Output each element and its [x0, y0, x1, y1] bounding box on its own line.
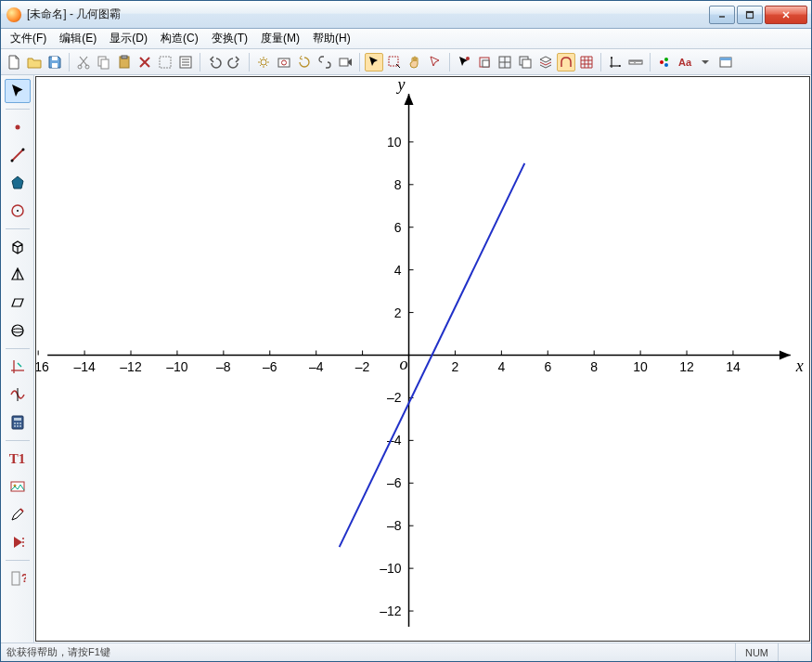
- svg-rect-5: [52, 63, 58, 68]
- text-style-icon[interactable]: Aa: [676, 53, 694, 71]
- svg-text:4: 4: [497, 359, 505, 374]
- svg-point-44: [664, 63, 668, 67]
- menu-file[interactable]: 文件(F): [5, 29, 52, 48]
- statusbar: 欲获得帮助，请按F1键 NUM: [1, 643, 811, 661]
- properties-icon[interactable]: [176, 53, 195, 71]
- menu-help[interactable]: 帮助(H): [307, 29, 356, 48]
- ruler-icon[interactable]: [626, 53, 645, 71]
- save-icon[interactable]: [45, 53, 64, 71]
- window-title: [未命名] - 几何图霸: [27, 6, 707, 22]
- svg-point-70: [22, 545, 24, 547]
- toolbar-separator: [69, 53, 70, 71]
- copy-icon[interactable]: [95, 53, 113, 71]
- drawing-canvas[interactable]: –16–14–12–10–8–6–4–22468101214–12–10–8–6…: [35, 76, 810, 642]
- palette-separator: [6, 228, 30, 229]
- help-tool-icon[interactable]: ?: [5, 566, 31, 591]
- svg-text:–8: –8: [216, 359, 231, 374]
- axes-icon[interactable]: [606, 53, 625, 71]
- rotate-icon[interactable]: [295, 53, 314, 71]
- menu-measure[interactable]: 度量(M): [255, 29, 305, 48]
- stack-icon[interactable]: [516, 53, 535, 71]
- link-icon[interactable]: [316, 53, 334, 71]
- display-window-icon[interactable]: [716, 53, 735, 71]
- palette-separator: [6, 560, 30, 561]
- svg-text:8: 8: [394, 177, 402, 192]
- record-icon[interactable]: [336, 53, 354, 71]
- svg-point-68: [22, 538, 24, 539]
- palette-separator: [6, 348, 30, 349]
- svg-rect-59: [14, 418, 21, 421]
- grid-icon[interactable]: [577, 53, 596, 71]
- point-tool-icon[interactable]: [5, 115, 31, 139]
- pointer-tool-icon[interactable]: [365, 53, 383, 71]
- toolbar: Aa: [1, 49, 811, 75]
- svg-point-61: [17, 422, 19, 424]
- svg-text:2: 2: [452, 359, 459, 374]
- paste-icon[interactable]: [115, 53, 134, 71]
- prism-tool-icon[interactable]: [5, 291, 31, 315]
- menu-display[interactable]: 显示(D): [104, 29, 153, 48]
- layers-icon[interactable]: [536, 53, 555, 71]
- palette-separator: [6, 440, 30, 441]
- svg-rect-30: [522, 59, 531, 68]
- text-tool-icon[interactable]: T1: [5, 447, 31, 471]
- polygon-tool-icon[interactable]: [5, 171, 31, 195]
- toolbar-separator: [600, 53, 601, 71]
- show-hide-icon[interactable]: [475, 53, 494, 71]
- cut-icon[interactable]: [74, 53, 93, 71]
- svg-point-18: [261, 59, 266, 65]
- circle-tool-icon[interactable]: [5, 199, 31, 223]
- trace-pointer-icon[interactable]: [455, 53, 473, 71]
- menu-construct[interactable]: 构造(C): [155, 29, 204, 48]
- svg-text:10: 10: [387, 135, 402, 149]
- close-button[interactable]: [765, 6, 807, 24]
- pen-tool-icon[interactable]: [5, 502, 31, 526]
- menu-edit[interactable]: 编辑(E): [54, 29, 102, 48]
- coordinate-plot: –16–14–12–10–8–6–4–22468101214–12–10–8–6…: [36, 77, 809, 641]
- snap-icon[interactable]: [557, 53, 575, 71]
- calculator-tool-icon[interactable]: [5, 410, 31, 435]
- screenshot-icon[interactable]: [275, 53, 293, 71]
- arrow-tool-icon[interactable]: [5, 79, 31, 103]
- image-tool-icon[interactable]: [5, 474, 31, 499]
- delete-icon[interactable]: [135, 53, 154, 71]
- axes-tool-icon[interactable]: [5, 355, 31, 379]
- open-file-icon[interactable]: [25, 53, 44, 71]
- svg-point-43: [664, 58, 668, 61]
- select-all-icon[interactable]: [156, 53, 174, 71]
- play-tool-icon[interactable]: [5, 530, 31, 554]
- minimize-button[interactable]: [709, 6, 735, 24]
- menu-transform[interactable]: 变换(T): [206, 29, 253, 48]
- line-tool-icon[interactable]: [5, 143, 31, 167]
- new-file-icon[interactable]: [5, 53, 23, 71]
- svg-point-53: [12, 325, 23, 336]
- svg-point-42: [660, 60, 664, 64]
- sphere-tool-icon[interactable]: [5, 318, 31, 343]
- redo-icon[interactable]: [226, 53, 244, 71]
- function-tool-icon[interactable]: [5, 383, 31, 407]
- select-region-icon[interactable]: [385, 53, 404, 71]
- svg-point-23: [466, 57, 470, 60]
- svg-text:–2: –2: [387, 390, 402, 405]
- svg-text:6: 6: [394, 220, 402, 235]
- font-color-icon[interactable]: [655, 53, 674, 71]
- svg-text:y: y: [396, 77, 406, 94]
- status-empty-cell: [778, 643, 806, 661]
- svg-point-54: [12, 329, 23, 332]
- selection-arrow-icon[interactable]: [426, 53, 445, 71]
- cube-tool-icon[interactable]: [5, 235, 31, 259]
- grid-small-icon[interactable]: [496, 53, 514, 71]
- svg-text:8: 8: [590, 359, 598, 374]
- hand-icon[interactable]: [406, 53, 424, 71]
- svg-point-50: [21, 149, 24, 151]
- gear-icon[interactable]: [254, 53, 273, 71]
- toolbar-separator: [200, 53, 200, 71]
- undo-icon[interactable]: [205, 53, 224, 71]
- pyramid-tool-icon[interactable]: [5, 263, 31, 287]
- dropdown-icon[interactable]: [696, 53, 715, 71]
- maximize-button[interactable]: [737, 6, 763, 24]
- toolbar-separator: [249, 53, 250, 71]
- svg-rect-6: [52, 57, 58, 60]
- svg-rect-10: [101, 59, 109, 69]
- toolbar-separator: [650, 53, 651, 71]
